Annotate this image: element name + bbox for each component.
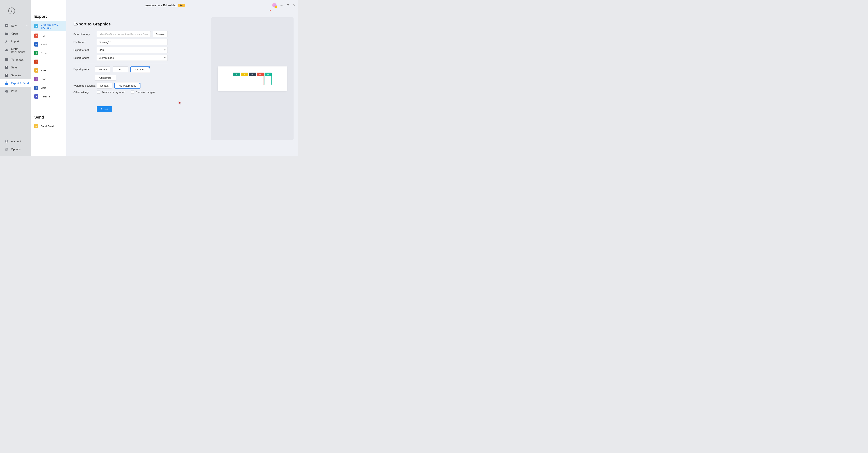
remove-margins-checkbox[interactable]: Remove margins xyxy=(131,91,155,94)
format-label: Word xyxy=(41,43,47,46)
user-avatar[interactable] xyxy=(272,3,277,7)
svg-rect-13 xyxy=(5,59,6,59)
print-icon xyxy=(5,89,9,93)
nav-templates[interactable]: Templates xyxy=(0,56,31,64)
nav-options[interactable]: Options xyxy=(0,145,31,153)
nav-label: Open xyxy=(11,32,18,35)
svg-rect-1 xyxy=(287,4,289,6)
checkbox-box xyxy=(131,91,134,94)
browse-button[interactable]: Browse xyxy=(153,31,168,37)
svg-file-icon: S xyxy=(34,68,38,72)
format-label: PS/EPS xyxy=(41,95,50,98)
nav-label: Account xyxy=(11,140,21,143)
nav-cloud-documents[interactable]: Cloud Documents xyxy=(0,45,31,56)
nav-label: Import xyxy=(11,40,19,43)
nav-save[interactable]: Save xyxy=(0,64,31,71)
nav-label: Export & Send xyxy=(11,82,29,85)
nav-account[interactable]: Account xyxy=(0,137,31,145)
preview-card xyxy=(257,72,264,85)
file-name-field[interactable] xyxy=(97,39,168,45)
checkbox-box xyxy=(97,91,100,94)
nav-export-send[interactable]: Export & Send xyxy=(0,79,31,87)
send-heading: Send xyxy=(31,110,66,122)
export-icon xyxy=(5,81,9,85)
preview-card xyxy=(265,72,272,85)
add-icon[interactable]: + xyxy=(26,24,28,27)
nav-label: New xyxy=(11,24,17,27)
divider xyxy=(73,63,168,63)
export-format-column: Export ▣ Graphics (PNG, JPG et... A PDF … xyxy=(31,0,66,156)
maximize-button[interactable] xyxy=(286,4,289,7)
format-label: SVG xyxy=(41,69,46,72)
format-visio[interactable]: V Visio xyxy=(31,84,66,92)
export-heading: Export xyxy=(31,10,66,21)
export-quality-label: Export quality: xyxy=(73,66,95,71)
import-icon xyxy=(5,39,9,43)
format-label: Html xyxy=(41,78,46,80)
word-file-icon: W xyxy=(34,42,38,46)
svg-rect-19 xyxy=(6,92,7,93)
pro-badge: Pro xyxy=(178,4,185,7)
page-title: Export to Graphics xyxy=(73,22,168,26)
format-label: Visio xyxy=(41,86,46,89)
send-email[interactable]: ✉ Send Email xyxy=(31,122,66,131)
format-pseps[interactable]: ■ PS/EPS xyxy=(31,92,66,101)
image-file-icon: ▣ xyxy=(34,24,38,28)
remove-background-checkbox[interactable]: Remove background xyxy=(97,91,125,94)
preview-card xyxy=(233,72,240,85)
title-bar: Wondershare EdrawMax Pro xyxy=(31,0,298,11)
save-directory-field[interactable] xyxy=(97,31,151,37)
nav-print[interactable]: Print xyxy=(0,87,31,95)
export-range-dropdown[interactable]: Current page xyxy=(97,55,168,61)
nav-new[interactable]: New + xyxy=(0,22,31,30)
main-content: Export to Graphics Save directory: Brows… xyxy=(66,11,298,156)
html-file-icon: H xyxy=(34,77,38,81)
format-label: PDF xyxy=(41,34,46,37)
ppt-file-icon: P xyxy=(34,60,38,64)
format-label: Excel xyxy=(41,52,47,55)
quality-customize[interactable]: Customize xyxy=(95,75,116,80)
format-word[interactable]: W Word xyxy=(31,40,66,49)
nav-label: Save xyxy=(11,66,18,69)
quality-normal[interactable]: Normal xyxy=(95,66,110,72)
nav-label: Save As xyxy=(11,74,21,77)
svg-rect-18 xyxy=(6,90,7,91)
templates-icon xyxy=(5,58,9,62)
preview-image xyxy=(218,66,287,91)
nav-open[interactable]: Open xyxy=(0,30,31,37)
watermark-default[interactable]: Default xyxy=(97,83,112,89)
minimize-button[interactable] xyxy=(280,4,283,7)
export-button[interactable]: Export xyxy=(97,106,112,112)
account-icon xyxy=(5,139,9,143)
visio-file-icon: V xyxy=(34,86,38,90)
cloud-icon xyxy=(5,48,9,53)
ps-file-icon: ■ xyxy=(34,94,38,99)
quality-ultra-hd[interactable]: Ultra HD xyxy=(130,66,150,72)
nav-label: Cloud Documents xyxy=(11,47,29,54)
format-html[interactable]: H Html xyxy=(31,75,66,84)
folder-icon xyxy=(5,32,9,35)
watermark-none[interactable]: No watermarks xyxy=(115,83,141,89)
left-sidebar: New + Open Import Cloud Documents Templa… xyxy=(0,0,31,156)
format-pdf[interactable]: A PDF xyxy=(31,31,66,40)
quality-hd[interactable]: HD xyxy=(113,66,128,72)
nav-import[interactable]: Import xyxy=(0,37,31,45)
options-gear-icon xyxy=(5,147,9,151)
format-svg[interactable]: S SVG xyxy=(31,66,66,75)
plus-square-icon xyxy=(5,24,9,28)
export-range-label: Export range: xyxy=(73,56,97,59)
send-label: Send Email xyxy=(41,125,54,128)
file-name-label: File Name: xyxy=(73,41,97,43)
nav-save-as[interactable]: Save As xyxy=(0,71,31,79)
email-icon: ✉ xyxy=(34,124,38,128)
close-button[interactable] xyxy=(293,4,296,7)
app-title: Wondershare EdrawMax xyxy=(145,4,177,7)
format-excel[interactable]: X Excel xyxy=(31,49,66,57)
nav-label: Templates xyxy=(11,58,24,61)
save-as-icon xyxy=(5,73,9,77)
svg-rect-14 xyxy=(6,66,7,67)
format-graphics[interactable]: ▣ Graphics (PNG, JPG et... xyxy=(31,21,66,31)
svg-rect-12 xyxy=(5,58,8,61)
format-ppt[interactable]: P PPT xyxy=(31,57,66,66)
export-format-dropdown[interactable]: JPG xyxy=(97,47,168,53)
